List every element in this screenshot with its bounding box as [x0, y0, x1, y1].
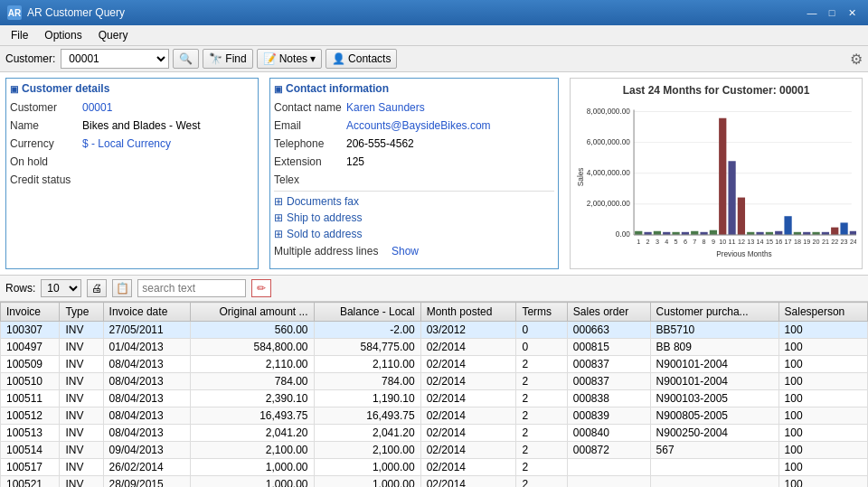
- cell-salesOrder: [567, 476, 650, 488]
- top-section: ▣ Customer details Customer 00001 Name B…: [0, 72, 868, 276]
- cell-originalAmount: 584,800.00: [190, 339, 314, 356]
- cell-type: INV: [60, 390, 103, 407]
- title-bar: AR AR Customer Query — □ ✕: [0, 0, 868, 25]
- subsection-ship[interactable]: ⊞ Ship to address: [274, 211, 554, 224]
- col-header-customerpurchase[interactable]: Customer purcha...: [650, 303, 778, 322]
- pencil-icon: ✏: [257, 282, 266, 295]
- cell-salesperson: 100: [778, 425, 867, 442]
- field-value-email[interactable]: Accounts@BaysideBikes.com: [346, 119, 491, 132]
- table-row[interactable]: 100510INV08/04/2013784.00784.0002/201420…: [1, 373, 868, 390]
- table-container: Invoice Type Invoice date Original amoun…: [0, 302, 868, 487]
- contacts-button[interactable]: 👤 Contacts: [326, 49, 397, 69]
- export-button[interactable]: 📋: [112, 279, 132, 297]
- notes-button[interactable]: 📝 Notes ▾: [257, 49, 322, 69]
- field-value-currency[interactable]: $ - Local Currency: [82, 137, 171, 150]
- table-row[interactable]: 100307INV27/05/2011560.00-2.0003/2012000…: [1, 322, 868, 339]
- svg-text:23: 23: [841, 238, 848, 246]
- cell-invoice: 100307: [1, 322, 60, 339]
- table-row[interactable]: 100513INV08/04/20132,041.202,041.2002/20…: [1, 425, 868, 442]
- filter-button[interactable]: ✏: [251, 279, 271, 297]
- svg-rect-34: [850, 231, 856, 235]
- maximize-button[interactable]: □: [823, 5, 841, 21]
- cell-salesperson: 100: [778, 373, 867, 390]
- svg-text:Sales: Sales: [577, 168, 585, 187]
- cell-monthPosted: 02/2014: [420, 425, 516, 442]
- search-input[interactable]: [137, 279, 246, 297]
- col-header-type[interactable]: Type: [60, 303, 103, 322]
- cell-monthPosted: 02/2014: [420, 373, 516, 390]
- cell-monthPosted: 02/2014: [420, 459, 516, 476]
- contact-info-toggle[interactable]: ▣: [274, 84, 282, 94]
- table-body: 100307INV27/05/2011560.00-2.0003/2012000…: [1, 322, 868, 488]
- subsection-sold[interactable]: ⊞ Sold to address: [274, 228, 554, 240]
- field-value-contactname[interactable]: Karen Saunders: [346, 101, 425, 114]
- cell-salesOrder: 000840: [567, 425, 650, 442]
- cell-type: INV: [60, 442, 103, 459]
- table-row[interactable]: 100497INV01/04/2013584,800.00584,775.000…: [1, 339, 868, 356]
- menu-file[interactable]: File: [4, 27, 35, 43]
- print-button[interactable]: 🖨: [87, 279, 107, 297]
- field-value-customer[interactable]: 00001: [82, 101, 112, 114]
- contact-info-panel: ▣ Contact information Contact name Karen…: [269, 78, 559, 269]
- field-email: Email Accounts@BaysideBikes.com: [274, 118, 554, 133]
- col-header-invoice[interactable]: Invoice: [1, 303, 60, 322]
- cell-salesOrder: 000872: [567, 442, 650, 459]
- rows-select[interactable]: 10 5 15 20 25 50: [41, 279, 81, 297]
- search-icon: 🔍: [179, 52, 193, 65]
- col-header-monthposted[interactable]: Month posted: [420, 303, 516, 322]
- subsection-docsfax-label: Documents fax: [287, 195, 359, 208]
- contacts-icon: 👤: [332, 52, 345, 65]
- col-header-salesorder[interactable]: Sales order: [567, 303, 650, 322]
- svg-text:6,000,000.00: 6,000,000.00: [587, 138, 631, 146]
- rows-label: Rows:: [5, 282, 35, 295]
- col-header-salesperson[interactable]: Salesperson: [778, 303, 867, 322]
- window-controls: — □ ✕: [803, 5, 861, 21]
- chart-title: Last 24 Months for Customer: 00001: [576, 84, 856, 97]
- minimize-button[interactable]: —: [803, 5, 821, 21]
- menu-options[interactable]: Options: [37, 27, 89, 43]
- customer-select[interactable]: 00001: [61, 49, 169, 69]
- col-header-terms[interactable]: Terms: [516, 303, 567, 322]
- cell-terms: 0: [516, 339, 567, 356]
- field-customer: Customer 00001: [10, 100, 254, 115]
- link-icon[interactable]: ⚙: [850, 51, 863, 68]
- find-button[interactable]: 🔭 Find: [203, 49, 252, 69]
- col-header-invoicedate[interactable]: Invoice date: [103, 303, 190, 322]
- cell-type: INV: [60, 407, 103, 425]
- customer-details-toggle[interactable]: ▣: [10, 84, 18, 94]
- close-button[interactable]: ✕: [843, 5, 861, 21]
- cell-balanceLocal: 2,041.20: [314, 425, 420, 442]
- table-row[interactable]: 100511INV08/04/20132,390.101,190.1002/20…: [1, 390, 868, 407]
- table-row[interactable]: 100521INV28/09/20151,000.001,000.0002/20…: [1, 476, 868, 488]
- show-link[interactable]: Show: [392, 245, 419, 258]
- cell-terms: 2: [516, 425, 567, 442]
- field-label-contactname: Contact name: [274, 101, 346, 114]
- field-label-telex: Telex: [274, 173, 346, 186]
- cell-monthPosted: 02/2014: [420, 442, 516, 459]
- main-content: ▣ Customer details Customer 00001 Name B…: [0, 72, 868, 487]
- cell-customerPurchase: [650, 476, 778, 488]
- cell-customerPurchase: BB5710: [650, 322, 778, 339]
- field-currency: Currency $ - Local Currency: [10, 136, 254, 151]
- svg-text:17: 17: [785, 238, 792, 246]
- contact-info-title: Contact information: [286, 82, 389, 95]
- menu-query[interactable]: Query: [91, 27, 136, 43]
- cell-balanceLocal: 784.00: [314, 373, 420, 390]
- field-label-extension: Extension: [274, 155, 346, 168]
- cell-invoiceDate: 26/02/2014: [103, 459, 190, 476]
- subsection-docsfax[interactable]: ⊞ Documents fax: [274, 195, 554, 208]
- table-row[interactable]: 100512INV08/04/201316,493.7516,493.7502/…: [1, 407, 868, 425]
- table-row[interactable]: 100517INV26/02/20141,000.001,000.0002/20…: [1, 459, 868, 476]
- search-icon-btn[interactable]: 🔍: [173, 49, 199, 69]
- table-row[interactable]: 100514INV09/04/20132,100.002,100.0002/20…: [1, 442, 868, 459]
- svg-text:21: 21: [822, 238, 829, 246]
- col-header-originalamount[interactable]: Original amount ...: [190, 303, 314, 322]
- field-label-email: Email: [274, 119, 346, 132]
- cell-salesperson: 100: [778, 339, 867, 356]
- field-value-name: Bikes and Blades - West: [82, 119, 201, 132]
- notes-label: Notes: [279, 52, 307, 65]
- table-row[interactable]: 100509INV08/04/20132,110.002,110.0002/20…: [1, 356, 868, 373]
- cell-invoiceDate: 08/04/2013: [103, 356, 190, 373]
- col-header-balancelocal[interactable]: Balance - Local: [314, 303, 420, 322]
- cell-originalAmount: 784.00: [190, 373, 314, 390]
